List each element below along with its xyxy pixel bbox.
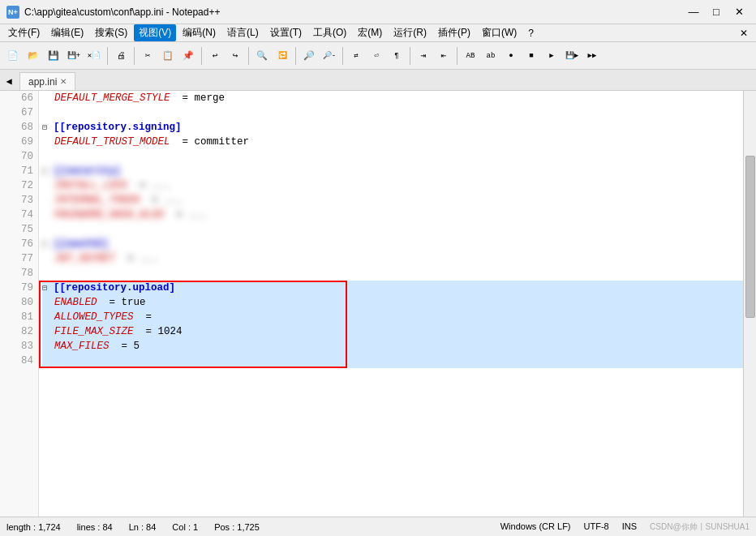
code-line-70 [42,149,743,164]
status-lines: lines : 84 [77,522,113,532]
menu-encode[interactable]: 编码(N) [178,24,221,41]
macro-record-button[interactable]: ● [501,46,521,66]
menu-help[interactable]: ? [523,26,539,41]
tab-bar: ◀ app.ini ✕ [0,70,756,91]
code-line-78 [42,266,743,281]
tab-close-button[interactable]: ✕ [60,77,67,86]
status-bar: length : 1,724 lines : 84 Ln : 84 Col : … [0,517,756,536]
code-line-68: ⊟ [[repository.signing] [42,120,743,135]
save-button[interactable]: 💾 [44,46,63,66]
status-pos: Pos : 1,725 [214,522,260,532]
code-line-80: ENABLED = true [42,295,743,310]
menu-search[interactable]: 搜索(S) [90,24,132,41]
menu-file[interactable]: 文件(F) [3,24,45,41]
close-button[interactable]: ✕ [728,3,750,21]
line-numbers-gutter: 66676869707172737475767778798081828384 [0,91,39,517]
status-encoding: UTF-8 [584,521,609,533]
menu-settings[interactable]: 设置(T) [265,24,307,41]
minimize-button[interactable]: — [683,3,704,21]
sep8 [457,47,457,65]
menu-bar: 文件(F) 编辑(E) 搜索(S) 视图(V) 编码(N) 语言(L) 设置(T… [0,24,756,42]
code-line-75 [42,222,743,237]
title-bar: N+ C:\app\gitea\custom\conf\app.ini - No… [0,0,756,24]
status-col: Col : 1 [172,522,198,532]
run-button[interactable]: ▶▶ [582,46,602,66]
scrollbar-thumb[interactable] [745,156,755,318]
menu-tools[interactable]: 工具(O) [308,24,351,41]
uppercase-button[interactable]: AB [461,46,480,66]
status-mode: INS [622,521,637,533]
sep3 [201,47,202,65]
paste-button[interactable]: 📌 [178,46,198,66]
new-button[interactable]: 📄 [3,46,23,66]
code-line-73: INTERNAL_TOKEN = ... [42,193,743,208]
macro-play-button[interactable]: ▶ [542,46,561,66]
code-line-71: ⊟ [[security] [42,164,743,178]
menu-macro[interactable]: 宏(M) [353,24,387,41]
window-controls: — □ ✕ [683,3,750,21]
open-button[interactable]: 📂 [24,46,43,66]
tab-label: app.ini [28,76,57,88]
sync-scroll-button[interactable]: ⇄ [346,46,366,66]
status-ln: Ln : 84 [129,522,157,532]
title-text: C:\app\gitea\custom\conf\app.ini - Notep… [24,6,220,18]
menu-view[interactable]: 视图(V) [134,24,176,41]
redo-button[interactable]: ↪ [226,46,245,66]
print-button[interactable]: 🖨 [111,46,131,66]
sep5 [295,47,296,65]
code-line-83: MAX_FILES = 5 [42,339,743,354]
menu-window[interactable]: 窗口(W) [477,24,522,41]
sep4 [248,47,249,65]
special-chars-button[interactable]: ¶ [387,46,406,66]
status-line-ending: Windows (CR LF) [500,521,571,533]
indent-button[interactable]: ⇥ [414,46,433,66]
code-line-76: ⊟ [[oauth2] [42,237,743,251]
close-document-button[interactable]: ✕ [735,26,753,41]
code-line-74: PASSWORD_HASH_ALGO = ... [42,208,743,222]
replace-button[interactable]: 🔁 [273,46,292,66]
code-line-82: FILE_MAX_SIZE = 1024 [42,324,743,339]
menu-lang[interactable]: 语言(L) [222,24,264,41]
menu-edit[interactable]: 编辑(E) [46,24,88,41]
sep6 [342,47,343,65]
close-button-tb[interactable]: ✕📄 [84,46,104,66]
cut-button[interactable]: ✂ [138,46,157,66]
menu-plugins[interactable]: 插件(P) [433,24,475,41]
macro-stop-button[interactable]: ■ [522,46,541,66]
tab-scroll-left[interactable]: ◀ [0,72,18,90]
undo-button[interactable]: ↩ [205,46,225,66]
code-line-84 [42,354,743,368]
code-line-79: ⊟ [[repository.upload] [42,281,743,295]
editor-area: 66676869707172737475767778798081828384 D… [0,91,756,517]
code-line-66: DEFAULT_MERGE_STYLE = merge [42,91,743,105]
toolbar: 📄 📂 💾 💾+ ✕📄 🖨 ✂ 📋 📌 ↩ ↪ 🔍 🔁 🔎 🔎- ⇄ ⏎ ¶ ⇥… [0,42,756,70]
code-line-81: ALLOWED_TYPES = [42,310,743,324]
app-icon: N+ [6,6,19,19]
scrollbar[interactable] [743,91,756,517]
zoom-in-button[interactable]: 🔎 [299,46,319,66]
code-line-77: JWT_SECRET = ... [42,251,743,266]
outdent-button[interactable]: ⇤ [434,46,453,66]
macro-save-button[interactable]: 💾▶ [562,46,582,66]
save-all-button[interactable]: 💾+ [64,46,84,66]
sep2 [134,47,135,65]
copy-button[interactable]: 📋 [158,46,178,66]
code-line-67 [42,105,743,120]
word-wrap-button[interactable]: ⏎ [367,46,386,66]
sep7 [410,47,410,65]
code-line-69: DEFAULT_TRUST_MODEL = committer [42,135,743,149]
status-watermark: CSDN@你帅丨SUNSHUA1 [650,521,750,533]
menu-run[interactable]: 运行(R) [389,24,432,41]
zoom-out-button[interactable]: 🔎- [320,46,339,66]
maximize-button[interactable]: □ [706,3,727,21]
sep1 [107,47,108,65]
status-length: length : 1,724 [6,522,61,532]
code-content[interactable]: DEFAULT_MERGE_STYLE = merge⊟ [[repositor… [39,91,743,517]
tab-app-ini[interactable]: app.ini ✕ [19,72,75,90]
find-button[interactable]: 🔍 [252,46,272,66]
code-line-72: INSTALL_LOCK = ... [42,178,743,193]
lowercase-button[interactable]: ab [481,46,500,66]
